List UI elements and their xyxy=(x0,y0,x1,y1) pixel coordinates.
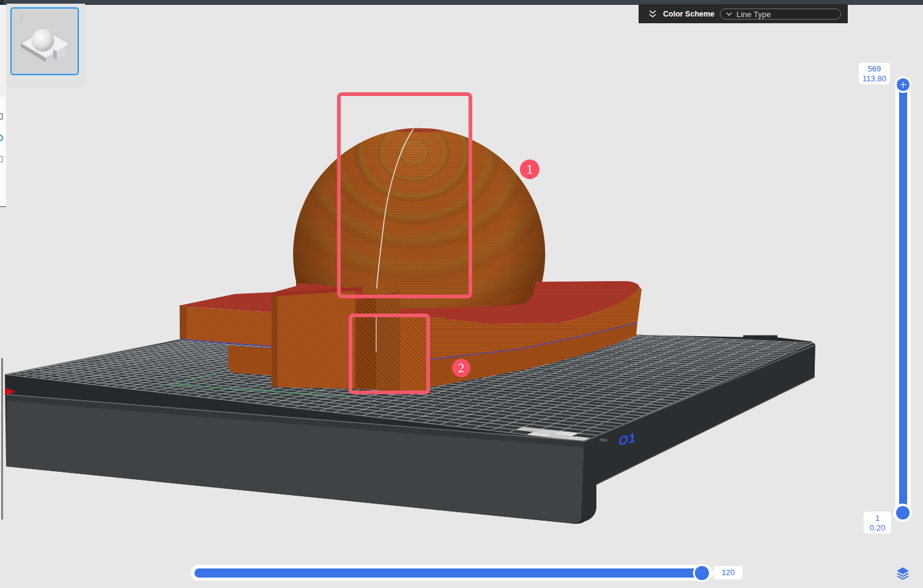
svg-text:1: 1 xyxy=(527,162,533,177)
svg-text:2: 2 xyxy=(458,361,464,375)
